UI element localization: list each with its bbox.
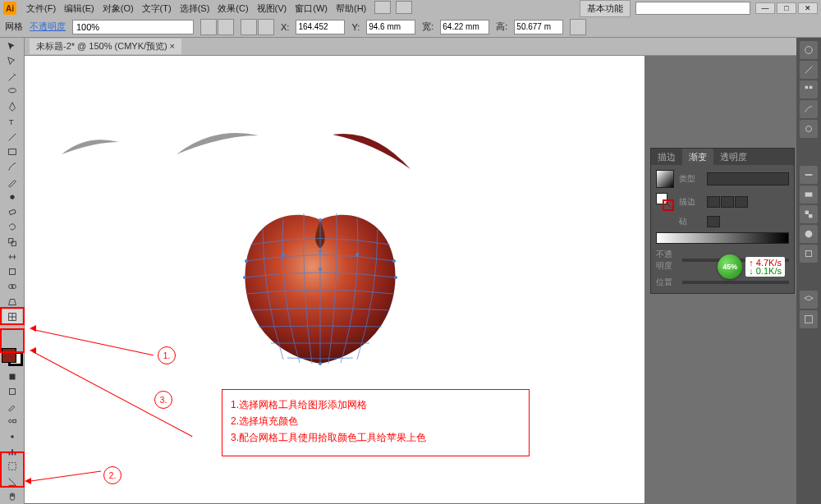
y-input[interactable]	[366, 20, 415, 34]
direct-selection-tool[interactable]	[2, 54, 22, 69]
annotation-line-2: 2.选择填充颜色	[231, 413, 521, 429]
symbol-sprayer-tool[interactable]	[2, 429, 22, 444]
arrange-icon[interactable]	[396, 1, 412, 14]
swatches-panel-icon[interactable]	[800, 80, 818, 99]
line-tool[interactable]	[2, 130, 22, 144]
minimize-button[interactable]: —	[755, 2, 775, 14]
svg-rect-39	[805, 192, 813, 196]
transparency-panel-icon[interactable]	[800, 205, 818, 223]
menu-help[interactable]: 帮助(H)	[333, 1, 369, 16]
gradient-panel-icon[interactable]	[800, 186, 818, 204]
eyebrow-shape-2	[172, 126, 263, 163]
svg-line-2	[8, 133, 16, 140]
menu-view[interactable]: 视图(V)	[254, 1, 291, 16]
stroke-panel-icon[interactable]	[800, 166, 818, 184]
svg-point-26	[319, 250, 322, 253]
h-input[interactable]	[514, 20, 563, 34]
menu-edit[interactable]: 编辑(E)	[61, 1, 98, 16]
svg-point-31	[394, 276, 397, 279]
menu-object[interactable]: 对象(O)	[99, 1, 137, 16]
w-input[interactable]	[440, 20, 489, 34]
svg-point-34	[805, 47, 813, 54]
stroke-align-1[interactable]	[707, 196, 720, 208]
artboards-panel-icon[interactable]	[800, 310, 818, 328]
svg-rect-35	[805, 86, 809, 89]
gradient-slider[interactable]	[656, 232, 789, 244]
width-tool[interactable]	[2, 250, 22, 264]
svg-rect-6	[8, 238, 12, 242]
document-tab[interactable]: 未标题-2* @ 150% (CMYK/预览) ×	[30, 39, 181, 54]
panel-tab-stroke[interactable]: 描边	[651, 149, 682, 165]
network-download: ↓ 0.1K/s	[749, 267, 782, 275]
workspace-switcher[interactable]: 基本功能	[580, 0, 631, 17]
highlight-mesh-tool	[0, 307, 25, 325]
free-transform-tool[interactable]	[2, 264, 22, 279]
menu-effect[interactable]: 效果(C)	[214, 1, 251, 16]
svg-rect-36	[810, 86, 813, 89]
paintbrush-tool[interactable]	[2, 159, 22, 174]
style-button-2[interactable]	[218, 19, 234, 35]
appearance-panel-icon[interactable]	[800, 225, 818, 243]
shape-builder-tool[interactable]	[2, 279, 22, 294]
rotate-tool[interactable]	[2, 219, 22, 234]
close-button[interactable]: ✕	[798, 2, 818, 14]
symbols-panel-icon[interactable]	[800, 120, 818, 138]
slider-opacity-label: 不透明度	[656, 249, 679, 272]
gradient-type-select[interactable]	[707, 172, 789, 186]
svg-rect-7	[11, 241, 16, 245]
constrain-icon[interactable]	[570, 19, 586, 35]
layers-panel-icon[interactable]	[800, 291, 818, 309]
magic-wand-tool[interactable]	[2, 70, 22, 85]
color-panel-icon[interactable]	[800, 41, 818, 59]
svg-rect-40	[805, 211, 809, 214]
pencil-tool[interactable]	[2, 174, 22, 189]
app-logo: Ai	[3, 2, 16, 15]
blend-tool[interactable]	[2, 414, 22, 428]
tab-close-icon[interactable]: ×	[169, 41, 174, 51]
menu-file[interactable]: 文件(F)	[23, 1, 59, 16]
lasso-tool[interactable]	[2, 85, 22, 99]
color-mode-button[interactable]	[2, 369, 22, 384]
x-input[interactable]	[296, 20, 345, 34]
align-button-2[interactable]	[258, 19, 274, 35]
graphic-styles-icon[interactable]	[800, 245, 818, 263]
panel-tab-transparency[interactable]: 透明度	[713, 149, 754, 165]
selection-tool[interactable]	[2, 39, 22, 54]
svg-point-28	[392, 259, 396, 263]
annotation-arrowhead-1	[30, 325, 36, 332]
highlight-fill-swatch	[0, 328, 25, 353]
menu-select[interactable]: 选择(S)	[177, 1, 213, 16]
angle-input[interactable]	[707, 216, 720, 227]
color-guide-icon[interactable]	[800, 61, 818, 79]
slider-position-label: 位置	[656, 277, 679, 288]
opacity-label[interactable]: 不透明度	[30, 21, 66, 33]
apple-mesh-object[interactable]	[230, 204, 410, 384]
position-slider[interactable]	[682, 281, 789, 284]
svg-rect-44	[805, 316, 813, 323]
rectangle-tool[interactable]	[2, 144, 22, 159]
opacity-input[interactable]	[72, 20, 194, 34]
stroke-align-3[interactable]	[735, 196, 748, 208]
menu-type[interactable]: 文字(T)	[139, 1, 175, 16]
search-input[interactable]	[635, 2, 750, 15]
maximize-button[interactable]: □	[777, 2, 796, 14]
brushes-panel-icon[interactable]	[800, 100, 818, 118]
gradient-preview-swatch[interactable]	[656, 170, 674, 188]
menu-window[interactable]: 窗口(W)	[291, 1, 331, 16]
svg-rect-41	[809, 214, 812, 218]
blob-brush-tool[interactable]	[2, 190, 22, 204]
gradient-mode-button[interactable]	[2, 384, 22, 399]
stroke-align-2[interactable]	[721, 196, 734, 208]
pen-tool[interactable]	[2, 99, 22, 114]
hand-tool[interactable]	[2, 489, 22, 504]
gradient-fillstroke-swatch[interactable]	[656, 193, 674, 211]
bridge-icon[interactable]	[374, 1, 391, 14]
eyedropper-tool[interactable]	[2, 399, 22, 414]
svg-point-19	[11, 435, 14, 438]
eraser-tool[interactable]	[2, 204, 22, 219]
style-button-1[interactable]	[200, 19, 217, 35]
type-tool[interactable]: T	[2, 114, 22, 129]
scale-tool[interactable]	[2, 234, 22, 249]
panel-tab-gradient[interactable]: 渐变	[682, 149, 713, 165]
align-button-1[interactable]	[241, 19, 257, 35]
